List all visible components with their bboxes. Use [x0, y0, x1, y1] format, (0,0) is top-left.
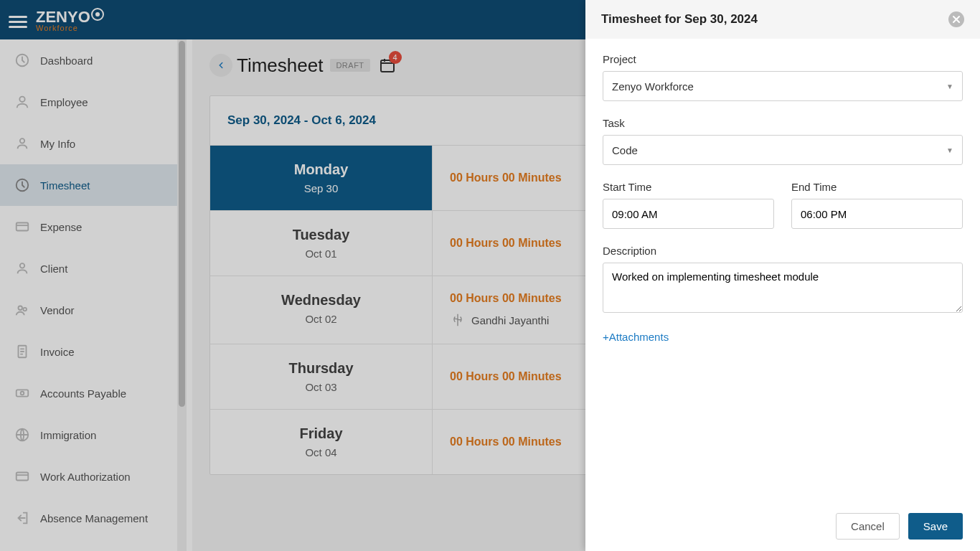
close-icon: [952, 15, 961, 24]
task-value: Code: [612, 144, 638, 156]
cancel-button[interactable]: Cancel: [836, 513, 900, 540]
drawer-title: Timesheet for Sep 30, 2024: [601, 12, 758, 27]
modal-scrim[interactable]: [0, 0, 585, 551]
start-time-label: Start Time: [603, 181, 774, 193]
description-input[interactable]: [603, 263, 963, 313]
chevron-down-icon: ▼: [946, 146, 953, 154]
save-button[interactable]: Save: [908, 513, 963, 540]
task-label: Task: [603, 117, 963, 129]
end-time-label: End Time: [791, 181, 963, 193]
task-select[interactable]: Code ▼: [603, 135, 963, 165]
close-button[interactable]: [948, 11, 964, 27]
attachments-link[interactable]: +Attachments: [603, 331, 963, 343]
drawer-header: Timesheet for Sep 30, 2024: [585, 0, 980, 39]
project-label: Project: [603, 53, 963, 65]
start-time-input[interactable]: [603, 199, 774, 229]
timesheet-drawer: Timesheet for Sep 30, 2024 Project Zenyo…: [585, 0, 980, 551]
project-select[interactable]: Zenyo Workforce ▼: [603, 71, 963, 101]
project-value: Zenyo Workforce: [612, 80, 694, 93]
description-label: Description: [603, 245, 963, 257]
chevron-down-icon: ▼: [946, 83, 953, 90]
end-time-input[interactable]: [791, 199, 963, 229]
